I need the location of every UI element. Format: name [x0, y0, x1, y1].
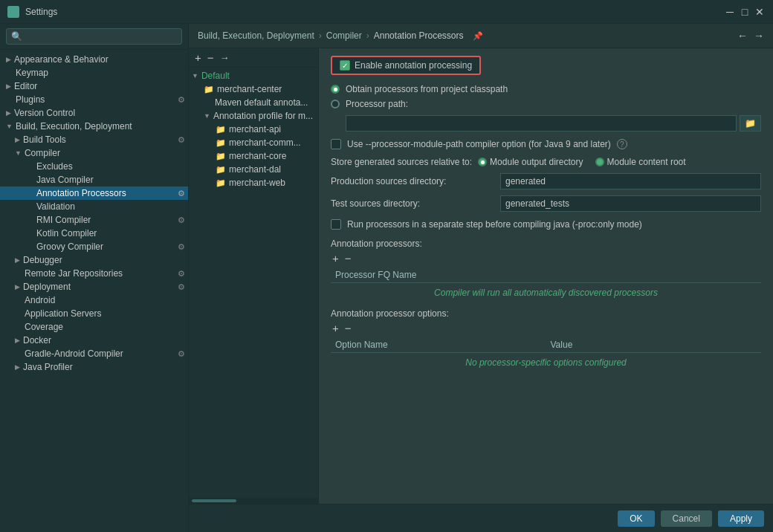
remove-option-button[interactable]: −	[343, 322, 353, 334]
folder-icon: 📁	[216, 125, 226, 134]
sidebar-item-app-servers[interactable]: Application Servers	[0, 307, 188, 320]
module-output-radio[interactable]	[478, 158, 487, 166]
sidebar-label: Android	[25, 295, 55, 305]
ok-button[interactable]: OK	[618, 510, 654, 527]
sidebar-item-kotlin-compiler[interactable]: Kotlin Compiler	[0, 227, 188, 240]
sidebar-item-build-execution[interactable]: ▼ Build, Execution, Deployment	[0, 120, 188, 133]
obtain-radio[interactable]	[331, 85, 340, 94]
sidebar-item-version-control[interactable]: ▶ Version Control	[0, 106, 188, 120]
profile-annotation[interactable]: ▼ Annotation profile for m...	[189, 109, 318, 123]
remove-profile-button[interactable]: −	[206, 51, 216, 64]
sidebar-label: Build Tools	[23, 134, 66, 145]
expand-icon: ▶	[15, 136, 20, 143]
sidebar-label: Docker	[23, 335, 51, 346]
sidebar-item-java-compiler[interactable]: Java Compiler	[0, 173, 188, 186]
scrollbar-thumb[interactable]	[192, 499, 236, 502]
sidebar-label: Coverage	[25, 322, 63, 332]
app-icon	[7, 6, 19, 18]
run-processors-checkbox[interactable]	[331, 219, 341, 230]
profile-pane: + − → ▼ Default 📁 merchant-center	[189, 48, 319, 504]
run-processors-row[interactable]: Run processors in a separate step before…	[331, 219, 761, 230]
profile-merchant-comm[interactable]: 📁 merchant-comm...	[189, 136, 318, 149]
apo-table: Option Name Value	[331, 337, 761, 353]
apply-button[interactable]: Apply	[718, 510, 764, 527]
sidebar-item-annotation-processors[interactable]: Annotation Processors ⚙	[0, 186, 188, 200]
sidebar-item-excludes[interactable]: Excludes	[0, 160, 188, 173]
sidebar-item-coverage[interactable]: Coverage	[0, 320, 188, 334]
sidebar-label: Groovy Compiler	[36, 241, 103, 252]
sidebar-item-android[interactable]: Android	[0, 293, 188, 307]
settings-icon: ⚙	[178, 349, 185, 359]
module-output-option[interactable]: Module output directory	[478, 157, 583, 167]
help-icon[interactable]: ?	[617, 139, 627, 149]
sidebar-item-appearance[interactable]: ▶ Appearance & Behavior	[0, 53, 188, 66]
sidebar-item-compiler[interactable]: ▼ Compiler	[0, 146, 188, 160]
sidebar-item-validation[interactable]: Validation	[0, 200, 188, 213]
add-processor-button[interactable]: +	[331, 252, 340, 265]
profile-merchant-api[interactable]: 📁 merchant-api	[189, 123, 318, 136]
sidebar-item-plugins[interactable]: Plugins ⚙	[0, 93, 188, 106]
search-input[interactable]	[6, 28, 182, 45]
processor-path-input[interactable]	[346, 115, 737, 132]
nav-back-button[interactable]: ←	[737, 30, 748, 42]
use-processor-module-row[interactable]: Use --processor-module-path compiler opt…	[331, 139, 761, 149]
breadcrumb: Build, Execution, Deployment › Compiler …	[189, 24, 773, 48]
sidebar-item-debugger[interactable]: ▶ Debugger	[0, 253, 188, 267]
processor-path-radio[interactable]	[331, 100, 340, 108]
obtain-label: Obtain processors from project classpath	[346, 84, 508, 94]
window-controls[interactable]: ─ □ ✕	[724, 6, 766, 18]
profile-merchant-center[interactable]: 📁 merchant-center	[189, 82, 318, 96]
profile-label: merchant-web	[229, 178, 285, 188]
processor-path-browse-button[interactable]: 📁	[740, 115, 761, 132]
close-button[interactable]: ✕	[754, 6, 766, 18]
enable-checkbox[interactable]: ✓	[340, 60, 350, 71]
pin-icon[interactable]: 📌	[473, 31, 483, 41]
sidebar-item-groovy-compiler[interactable]: Groovy Compiler ⚙	[0, 240, 188, 253]
expand-icon: ▶	[15, 363, 20, 371]
sidebar-item-java-profiler[interactable]: ▶ Java Profiler	[0, 360, 188, 374]
sidebar-item-editor[interactable]: ▶ Editor	[0, 80, 188, 93]
module-content-radio[interactable]	[595, 158, 604, 166]
enable-annotation-processing-row[interactable]: ✓ Enable annotation processing	[331, 56, 481, 75]
run-processors-label: Run processors in a separate step before…	[347, 219, 642, 230]
module-path-checkbox[interactable]	[331, 139, 341, 149]
nav-forward-button[interactable]: →	[754, 30, 764, 42]
breadcrumb-part-2[interactable]: Compiler	[326, 30, 362, 41]
production-sources-input[interactable]	[500, 173, 761, 189]
sidebar-label: Java Profiler	[23, 362, 73, 372]
sidebar-label: Remote Jar Repositories	[25, 268, 123, 279]
ap-status-message: Compiler will run all automatically disc…	[331, 283, 761, 302]
sidebar-item-docker[interactable]: ▶ Docker	[0, 334, 188, 347]
settings-icon: ⚙	[178, 189, 185, 198]
sidebar-item-gradle-android[interactable]: Gradle-Android Compiler ⚙	[0, 347, 188, 360]
sidebar-item-keymap[interactable]: Keymap	[0, 66, 188, 80]
profile-maven-default[interactable]: Maven default annota...	[189, 96, 318, 109]
sidebar: ▶ Appearance & Behavior Keymap ▶ Editor …	[0, 24, 189, 532]
module-content-option[interactable]: Module content root	[595, 157, 686, 167]
profile-merchant-web[interactable]: 📁 merchant-web	[189, 176, 318, 189]
sidebar-item-build-tools[interactable]: ▶ Build Tools ⚙	[0, 133, 188, 146]
folder-icon: 📁	[216, 152, 226, 161]
apo-label: Annotation processor options:	[331, 308, 761, 319]
breadcrumb-part-1[interactable]: Build, Execution, Deployment	[198, 30, 314, 41]
move-profile-button[interactable]: →	[219, 52, 231, 63]
settings-pane: ✓ Enable annotation processing Obtain pr…	[319, 48, 773, 504]
add-profile-button[interactable]: +	[193, 51, 203, 64]
sidebar-item-remote-jar[interactable]: Remote Jar Repositories ⚙	[0, 267, 188, 280]
cancel-button[interactable]: Cancel	[661, 510, 712, 527]
scrollbar-area	[189, 498, 318, 504]
add-option-button[interactable]: +	[331, 322, 340, 334]
profile-merchant-core[interactable]: 📁 merchant-core	[189, 149, 318, 163]
folder-icon: 📁	[204, 85, 214, 94]
annotation-processors-section: Annotation processors: + − Processor FQ …	[331, 239, 761, 302]
sidebar-item-deployment[interactable]: ▶ Deployment ⚙	[0, 280, 188, 293]
test-sources-input[interactable]	[500, 195, 761, 212]
sidebar-item-rmi-compiler[interactable]: RMI Compiler ⚙	[0, 213, 188, 227]
maximize-button[interactable]: □	[739, 6, 751, 18]
obtain-processors-row[interactable]: Obtain processors from project classpath	[331, 84, 761, 94]
remove-processor-button[interactable]: −	[343, 252, 353, 265]
profile-merchant-dal[interactable]: 📁 merchant-dal	[189, 163, 318, 176]
search-box[interactable]	[0, 24, 188, 50]
minimize-button[interactable]: ─	[724, 6, 736, 18]
profile-default[interactable]: ▼ Default	[189, 69, 318, 82]
